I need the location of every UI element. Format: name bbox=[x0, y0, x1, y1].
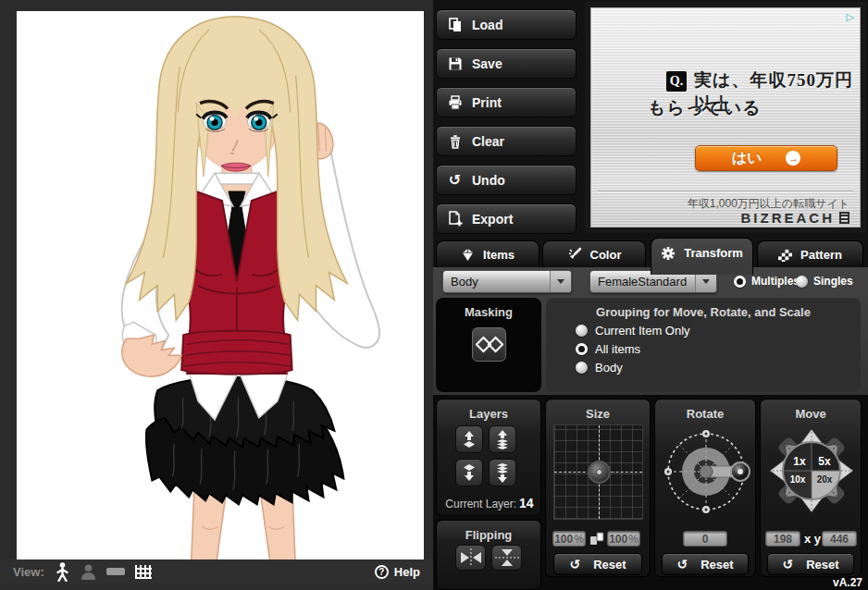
view-strip-icon[interactable] bbox=[106, 568, 125, 575]
version-label: vA.27 bbox=[833, 576, 862, 589]
layer-down-one-button[interactable] bbox=[455, 459, 483, 486]
link-scale-icon[interactable] bbox=[589, 531, 604, 550]
move-multiplier-10x[interactable]: 10x bbox=[787, 474, 808, 485]
rotate-angle-field[interactable]: 0 bbox=[683, 531, 727, 547]
flip-vertical-button[interactable] bbox=[491, 545, 522, 571]
radio-icon[interactable] bbox=[734, 276, 746, 288]
left-hand bbox=[122, 335, 181, 376]
current-layer-status: Current Layer:14 bbox=[437, 496, 542, 510]
flip-vertical-icon bbox=[495, 548, 519, 567]
view-bust-icon[interactable] bbox=[81, 564, 96, 580]
print-button[interactable]: Print bbox=[436, 87, 577, 117]
layers-panel: Layers Current Layer:14 bbox=[436, 399, 541, 516]
save-button[interactable]: Save bbox=[436, 48, 577, 79]
arrow-down-stack-icon bbox=[494, 463, 511, 483]
grouping-title: Grouping for Move, Rotate, and Scale bbox=[546, 298, 861, 319]
move-panel: Move bbox=[760, 399, 862, 577]
masking-panel: Masking bbox=[436, 298, 541, 392]
grouping-option-all-items[interactable]: All items bbox=[576, 342, 861, 356]
gem-icon bbox=[461, 248, 475, 262]
reset-icon: ↺ bbox=[676, 557, 688, 572]
pattern-icon bbox=[778, 248, 792, 262]
arrow-up-diamond-icon bbox=[461, 431, 477, 449]
ad-divider bbox=[598, 191, 853, 191]
ad-brand: BIZREACH bbox=[741, 210, 836, 226]
size-reset-button[interactable]: ↺ Reset bbox=[553, 553, 642, 575]
mask-diamonds-icon bbox=[476, 336, 503, 353]
paintbrush-icon bbox=[567, 247, 582, 262]
xy-axis-label: x y bbox=[804, 532, 821, 546]
tab-color[interactable]: Color bbox=[542, 240, 646, 267]
undo-button[interactable]: ↺ Undo bbox=[436, 165, 577, 195]
layer-to-top-button[interactable] bbox=[489, 425, 516, 453]
help-icon: ? bbox=[375, 565, 389, 579]
clear-button[interactable]: Clear bbox=[436, 126, 577, 156]
mode-radio-singles[interactable]: Singles bbox=[796, 275, 853, 288]
load-button[interactable]: Load bbox=[436, 9, 577, 40]
rotate-reset-button[interactable]: ↺ Reset bbox=[662, 553, 749, 575]
size-drag-grid[interactable] bbox=[553, 424, 643, 520]
move-x-field[interactable]: 198 bbox=[765, 531, 800, 547]
move-compass[interactable]: 1x 5x 10x 20x bbox=[763, 418, 860, 522]
radio-icon[interactable] bbox=[576, 325, 588, 337]
view-fullbody-icon[interactable] bbox=[55, 562, 70, 582]
rotate-dial[interactable] bbox=[662, 424, 750, 519]
view-label: View: bbox=[13, 565, 44, 579]
undo-icon: ↺ bbox=[447, 172, 463, 188]
reset-icon: ↺ bbox=[569, 557, 580, 572]
mode-radio-multiples[interactable]: Multiples bbox=[734, 275, 800, 288]
character-artwork[interactable] bbox=[17, 11, 424, 584]
move-y-field[interactable]: 446 bbox=[822, 531, 857, 547]
print-icon bbox=[447, 94, 463, 110]
item-category-select[interactable]: Body bbox=[442, 270, 572, 293]
ad-question-badge: Q. bbox=[666, 71, 687, 92]
current-layer-value: 14 bbox=[519, 496, 534, 510]
chevron-down-icon[interactable] bbox=[550, 271, 571, 292]
size-height-field[interactable]: 100% bbox=[607, 531, 640, 547]
avatar-app-screen: View: ? Help Load Save Print Clear bbox=[0, 0, 868, 590]
drawing-canvas[interactable] bbox=[17, 11, 424, 584]
view-toolbar: View: ? Help bbox=[0, 559, 433, 584]
flip-horizontal-button[interactable] bbox=[455, 545, 486, 571]
flip-horizontal-icon bbox=[459, 548, 483, 567]
grouping-panel: Grouping for Move, Rotate, and Scale Cur… bbox=[546, 298, 861, 392]
grouping-option-current-item[interactable]: Current Item Only bbox=[576, 324, 861, 338]
arrow-circle-icon: → bbox=[786, 151, 800, 166]
layers-title: Layers bbox=[437, 399, 540, 421]
radio-icon[interactable] bbox=[576, 343, 588, 355]
radio-icon[interactable] bbox=[796, 276, 808, 288]
move-multiplier-20x[interactable]: 20x bbox=[814, 474, 835, 485]
ad-cta-button[interactable]: はい → bbox=[695, 145, 837, 171]
flipping-title: Flipping bbox=[437, 521, 540, 542]
size-panel: Size 100% 100% ↺ Reset bbox=[545, 399, 651, 577]
ad-headline-line2: もらっている bbox=[648, 96, 762, 120]
radio-icon[interactable] bbox=[576, 362, 588, 374]
rotate-panel: Rotate 0 ↺ Reset bbox=[654, 399, 756, 577]
size-knob[interactable] bbox=[588, 461, 611, 484]
gear-icon bbox=[661, 246, 676, 261]
layer-up-one-button[interactable] bbox=[455, 425, 483, 453]
tab-pattern[interactable]: Pattern bbox=[757, 240, 863, 267]
adchoices-icon[interactable]: ▷ bbox=[847, 11, 854, 23]
load-icon bbox=[447, 17, 463, 32]
view-grid-icon[interactable] bbox=[135, 565, 152, 579]
help-button[interactable]: ? Help bbox=[375, 565, 420, 579]
rotate-title: Rotate bbox=[655, 399, 755, 421]
masking-button[interactable] bbox=[472, 327, 506, 362]
arrow-up-stack-icon bbox=[494, 430, 511, 449]
waistband bbox=[181, 331, 291, 375]
flipping-panel: Flipping bbox=[436, 520, 541, 590]
move-multiplier-5x[interactable]: 5x bbox=[814, 455, 835, 468]
move-reset-button[interactable]: ↺ Reset bbox=[767, 553, 854, 575]
trash-icon bbox=[447, 133, 463, 149]
masking-title: Masking bbox=[436, 298, 541, 319]
reset-icon: ↺ bbox=[782, 557, 793, 572]
move-multiplier-1x[interactable]: 1x bbox=[789, 455, 810, 468]
export-icon bbox=[447, 211, 463, 227]
size-width-field[interactable]: 100% bbox=[552, 531, 586, 547]
layer-to-bottom-button[interactable] bbox=[489, 459, 516, 486]
tab-transform[interactable]: Transform bbox=[651, 238, 753, 275]
grouping-option-body[interactable]: Body bbox=[576, 361, 861, 375]
export-button[interactable]: Export bbox=[436, 203, 577, 234]
tab-items[interactable]: Items bbox=[436, 240, 539, 267]
